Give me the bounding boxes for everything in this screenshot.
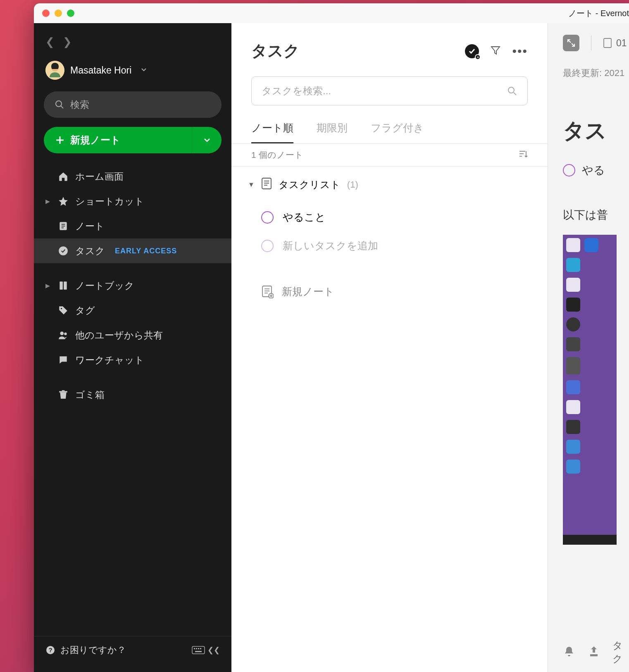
collapse-sidebar-button[interactable]: ❮❮ [192,645,220,655]
last-updated-label: 最終更新: 2021 [563,67,629,79]
search-icon [55,100,64,110]
forward-button[interactable]: ❯ [63,36,72,48]
task-search-input[interactable]: タスクを検索... [251,76,528,105]
task-subheader: 1 個のノート [231,143,548,167]
chat-icon [58,355,69,365]
new-note-label: 新規ノート [70,133,121,147]
sidebar-nav: ホーム画面 ▶ ショートカット ノート タスク EARLY ACCESS [34,164,231,636]
chevron-down-icon [203,136,212,145]
footer-text: タク [612,639,629,665]
close-window-button[interactable] [42,10,50,17]
avatar [45,61,64,80]
note-toolbar: 01 [563,35,629,51]
reminder-button[interactable] [563,645,575,659]
task-checkbox[interactable] [261,211,274,224]
sidebar-item-workchat[interactable]: ワークチャット [34,348,231,372]
share-icon [588,645,600,658]
note-task-row[interactable]: やる [563,163,629,178]
panel-title: タスク [251,41,300,62]
new-note-row[interactable]: 新規ノート [231,260,548,306]
task-tabs: ノート順 期限別 フラグ付き [231,105,548,143]
note-image-attachment[interactable] [563,235,617,545]
sidebar-item-tags[interactable]: タグ [34,298,231,323]
sidebar-item-notebooks[interactable]: ▶ ノートブック [34,273,231,298]
chevron-left-icon: ❮❮ [207,646,220,655]
note-breadcrumb[interactable]: 01 [603,38,627,49]
home-icon [58,171,69,182]
task-group-count: (1) [347,179,358,190]
expand-icon: ▶ [45,282,51,289]
note-icon [58,221,69,231]
notebook-icon [58,280,69,291]
star-icon [58,196,69,207]
keyboard-icon [192,645,207,655]
sort-icon [518,149,528,159]
users-icon [58,330,69,341]
panel-actions: + ••• [465,44,528,58]
task-search-placeholder: タスクを検索... [262,84,331,98]
add-task-button[interactable]: + [465,44,479,58]
tasks-panel: タスク + ••• タスクを検索... ノート順 期限 [231,23,548,672]
filter-button[interactable] [490,45,501,58]
svg-rect-31 [262,178,271,189]
new-note-label: 新規ノート [282,285,334,298]
share-button[interactable] [588,645,600,659]
task-item-label: やること [283,210,326,224]
app-body: ❮ ❯ Masatake Hori 検索 新規ノート [34,23,629,672]
task-checkbox-placeholder [261,240,274,252]
tab-by-due[interactable]: 期限別 [317,121,348,143]
sort-button[interactable] [518,149,528,161]
minimize-window-button[interactable] [55,10,62,17]
new-note-dropdown[interactable] [192,127,222,153]
svg-point-2 [56,101,62,107]
sidebar-item-label: ワークチャット [75,354,144,367]
task-item[interactable]: やること [231,203,548,231]
task-group-name: タスクリスト [279,178,341,191]
task-checkbox[interactable] [563,164,575,176]
sidebar-item-notes[interactable]: ノート [34,214,231,238]
new-note-split-button: 新規ノート [44,127,222,153]
task-group-row[interactable]: ▼ タスクリスト (1) [231,167,548,203]
new-note-icon [261,285,274,298]
titlebar: ノート - Evernot [34,3,629,23]
note-panel: 01 最終更新: 2021 タス やる 以下は普 [548,23,629,672]
notebook-icon [603,38,612,48]
tab-by-note[interactable]: ノート順 [251,121,293,143]
svg-point-14 [60,331,64,335]
expand-icon: ▶ [45,198,51,205]
svg-rect-21 [194,648,195,649]
divider [591,36,591,50]
check-icon [468,48,476,55]
search-input[interactable]: 検索 [44,91,222,118]
back-button[interactable]: ❮ [45,36,55,48]
note-icon [261,177,272,192]
sidebar-item-trash[interactable]: ゴミ箱 [34,382,231,407]
check-circle-icon [58,245,69,256]
note-title[interactable]: タス [563,117,629,145]
sidebar-item-home[interactable]: ホーム画面 [34,164,231,189]
plus-icon [55,136,64,145]
nav-arrows: ❮ ❯ [34,31,231,61]
user-menu[interactable]: Masatake Hori [34,61,231,91]
svg-rect-23 [198,648,199,649]
more-button[interactable]: ••• [512,44,528,58]
maximize-window-button[interactable] [67,10,74,17]
sidebar-item-shortcuts[interactable]: ▶ ショートカット [34,189,231,214]
svg-rect-24 [200,648,201,649]
sidebar-item-label: タスク [75,245,105,257]
task-add-row[interactable]: 新しいタスクを追加 [231,231,548,260]
search-placeholder: 検索 [70,98,89,111]
sidebar-item-shared[interactable]: 他のユーザから共有 [34,323,231,348]
svg-point-15 [64,333,67,336]
tab-flagged[interactable]: フラグ付き [371,121,424,143]
help-button[interactable]: ? お困りですか？ [45,644,126,656]
help-label: お困りですか？ [60,644,126,656]
expand-note-button[interactable] [563,35,579,51]
note-body-text[interactable]: 以下は普 [563,207,629,222]
sidebar-item-label: ノート [75,220,105,233]
sidebar-item-tasks[interactable]: タスク EARLY ACCESS [34,238,231,263]
help-icon: ? [45,645,55,655]
sidebar-item-label: ノートブック [75,279,134,292]
svg-rect-22 [196,648,197,649]
new-note-button[interactable]: 新規ノート [44,127,192,153]
